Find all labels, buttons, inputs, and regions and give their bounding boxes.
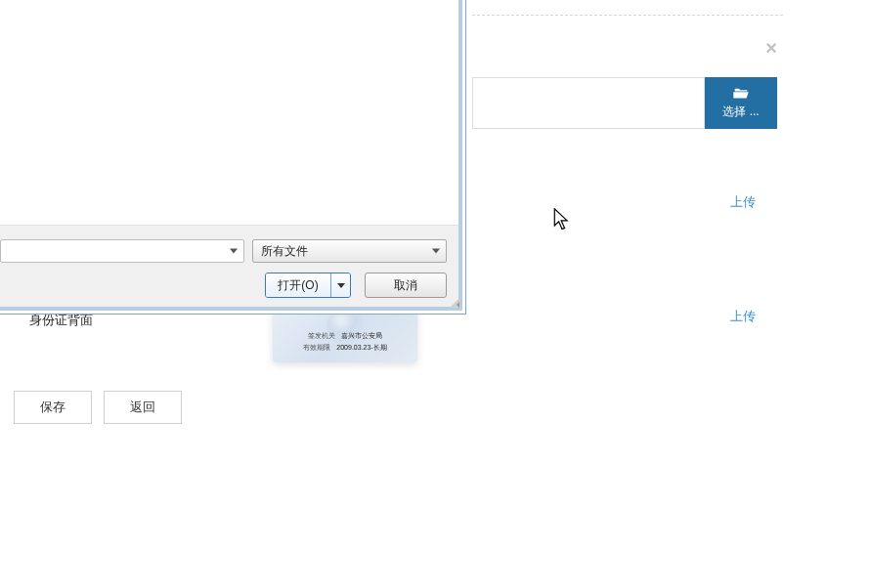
id-issuer-value: 嘉兴市公安局	[341, 331, 382, 341]
open-split-button: 打开(O)	[265, 273, 351, 298]
chevron-down-icon	[337, 283, 345, 288]
return-button[interactable]: 返回	[104, 391, 182, 424]
select-file-label: 选择 ...	[722, 104, 759, 120]
chevron-down-icon	[432, 249, 440, 254]
open-dropdown-button[interactable]	[330, 273, 350, 297]
file-list-pane[interactable]	[0, 0, 458, 225]
cancel-button[interactable]: 取消	[365, 273, 447, 298]
resize-grip-icon[interactable]	[448, 296, 459, 308]
dialog-footer: 所有文件 打开(O) 取消	[0, 225, 458, 307]
file-path-input[interactable]	[472, 77, 705, 129]
filename-combobox[interactable]	[0, 239, 244, 263]
folder-open-icon	[732, 86, 750, 100]
file-type-filter[interactable]: 所有文件	[252, 239, 447, 263]
id-validity-key: 有效期限	[303, 343, 330, 353]
select-file-button[interactable]: 选择 ...	[705, 77, 777, 129]
upload-link-back[interactable]: 上传	[730, 308, 756, 325]
id-validity-value: 2009.03.23-长期	[336, 343, 386, 353]
upload-link-front[interactable]: 上传	[730, 193, 756, 211]
open-button[interactable]: 打开(O)	[266, 273, 330, 297]
chevron-down-icon	[230, 249, 238, 254]
save-button[interactable]: 保存	[14, 391, 92, 424]
file-open-dialog: 所有文件 打开(O) 取消	[0, 0, 466, 315]
close-icon[interactable]: ×	[765, 37, 777, 60]
id-issuer-key: 签发机关	[308, 331, 335, 341]
file-type-filter-label: 所有文件	[261, 243, 308, 260]
section-divider	[472, 15, 783, 16]
